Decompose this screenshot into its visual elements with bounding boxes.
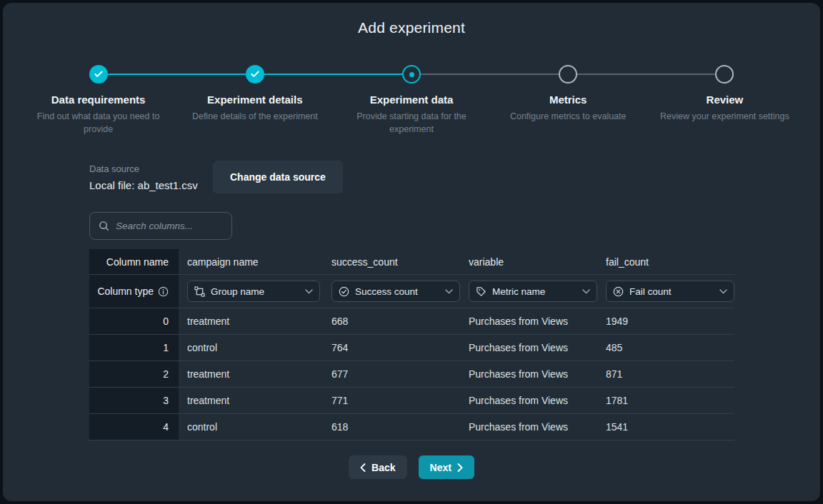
table-cell: 1781 xyxy=(597,388,734,414)
data-source-value: Local file: ab_test1.csv xyxy=(89,179,213,191)
step-label: Review xyxy=(707,94,744,106)
step-label: Data requirements xyxy=(51,94,146,106)
step-circle-complete[interactable] xyxy=(89,65,108,84)
chevron-down-icon xyxy=(305,289,313,294)
column-type-select-fail-count[interactable]: Fail count xyxy=(606,281,734,302)
table-cell: control xyxy=(179,335,323,361)
table-cell: 1541 xyxy=(597,414,734,440)
chevron-down-icon xyxy=(445,289,453,294)
row-index: 0 xyxy=(89,308,179,335)
step-description: Find out what data you need to provide xyxy=(29,110,169,136)
table-cell: treatment xyxy=(179,361,323,388)
table-cell: 618 xyxy=(323,414,460,440)
check-circle-icon xyxy=(339,286,349,297)
add-experiment-modal: Add experiment Data requirements Find ou… xyxy=(3,3,820,501)
step-description: Provide starting data for the experiment xyxy=(341,110,482,136)
page-title: Add experiment xyxy=(3,19,820,36)
chevron-down-icon xyxy=(719,289,727,294)
search-columns-input[interactable] xyxy=(116,221,223,231)
step-circle-upcoming[interactable] xyxy=(715,65,734,84)
row-index: 1 xyxy=(89,335,179,361)
check-icon xyxy=(94,69,104,79)
table-cell: 771 xyxy=(323,388,460,414)
chevron-right-icon xyxy=(457,463,463,472)
chevron-left-icon xyxy=(360,463,366,472)
step-description: Define details of the experiment xyxy=(192,110,318,123)
row-index: 4 xyxy=(89,414,179,440)
column-type-select-metric-name[interactable]: Metric name xyxy=(469,281,597,302)
table-cell: treatment xyxy=(179,308,323,335)
stepper-step-metrics: Metrics Configure metrics to evaluate xyxy=(490,65,647,136)
row-index: 2 xyxy=(89,361,179,388)
data-source-section: Data source Local file: ab_test1.csv Cha… xyxy=(89,161,343,193)
tag-icon xyxy=(476,286,487,297)
step-circle-upcoming[interactable] xyxy=(559,65,577,84)
back-button[interactable]: Back xyxy=(349,455,406,479)
x-circle-icon xyxy=(613,286,624,297)
table-cell: treatment xyxy=(179,388,323,414)
stepper: Data requirements Find out what data you… xyxy=(20,65,803,136)
table-cell: 871 xyxy=(597,361,734,388)
column-header: success_count xyxy=(323,249,460,275)
table-cell: Purchases from Views xyxy=(460,308,597,335)
column-header: campaign name xyxy=(179,249,323,275)
step-description: Configure metrics to evaluate xyxy=(510,110,627,123)
search-columns-box xyxy=(89,212,232,240)
table-cell: 668 xyxy=(323,308,460,335)
column-type-select-group-name[interactable]: Group name xyxy=(187,281,320,302)
chevron-down-icon xyxy=(582,289,590,294)
stepper-step-review: Review Review your experiment settings xyxy=(647,65,803,136)
step-label: Metrics xyxy=(549,94,587,106)
columns-table: Column name campaign name success_count … xyxy=(89,249,734,440)
step-circle-current[interactable] xyxy=(402,65,421,84)
wizard-footer: Back Next xyxy=(3,455,820,479)
group-icon xyxy=(194,286,205,297)
info-icon[interactable] xyxy=(158,286,169,297)
stepper-step-experiment-details: Experiment details Define details of the… xyxy=(176,65,333,136)
table-corner-header: Column name xyxy=(89,249,179,275)
table-cell: Purchases from Views xyxy=(460,361,597,388)
table-cell: Purchases from Views xyxy=(460,388,597,414)
column-type-row-header: Column type xyxy=(89,275,179,308)
table-cell: 677 xyxy=(323,361,460,388)
check-icon xyxy=(250,69,260,79)
row-index: 3 xyxy=(89,388,179,414)
step-label: Experiment data xyxy=(370,94,454,106)
change-data-source-button[interactable]: Change data source xyxy=(213,161,343,193)
data-source-label: Data source xyxy=(89,163,213,174)
stepper-step-experiment-data: Experiment data Provide starting data fo… xyxy=(333,65,489,136)
step-description: Review your experiment settings xyxy=(660,110,789,123)
table-cell: 485 xyxy=(597,335,734,361)
next-button[interactable]: Next xyxy=(419,455,474,479)
table-cell: Purchases from Views xyxy=(460,414,597,440)
column-header: fail_count xyxy=(597,249,734,275)
step-circle-complete[interactable] xyxy=(246,65,264,84)
column-type-label: Column type xyxy=(97,286,154,297)
table-cell: 1949 xyxy=(597,308,734,335)
table-cell: 764 xyxy=(323,335,460,361)
current-step-dot xyxy=(409,72,414,77)
step-label: Experiment details xyxy=(207,94,302,106)
stepper-step-data-requirements: Data requirements Find out what data you… xyxy=(20,65,176,136)
column-header: variable xyxy=(460,249,597,275)
table-cell: Purchases from Views xyxy=(460,335,597,361)
search-icon xyxy=(99,221,109,231)
table-cell: control xyxy=(179,414,323,440)
column-type-select-success-count[interactable]: Success count xyxy=(331,281,460,302)
